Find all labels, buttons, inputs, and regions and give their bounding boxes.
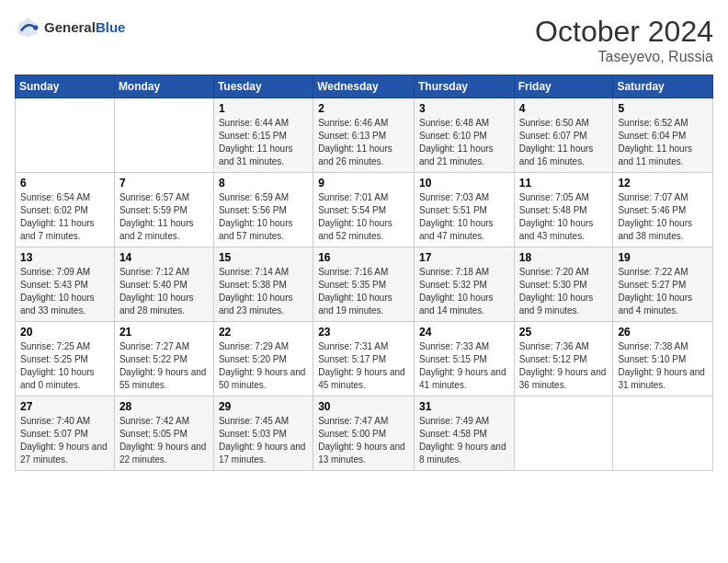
weekday-header: Monday (114, 75, 213, 98)
day-number: 10 (419, 177, 509, 190)
calendar-cell: 30Sunrise: 7:47 AM Sunset: 5:00 PM Dayli… (313, 396, 415, 471)
calendar-cell (613, 396, 713, 471)
day-info: Sunrise: 7:14 AM Sunset: 5:38 PM Dayligh… (219, 266, 308, 317)
day-info: Sunrise: 7:20 AM Sunset: 5:30 PM Dayligh… (519, 266, 609, 317)
calendar-cell: 8Sunrise: 6:59 AM Sunset: 5:56 PM Daylig… (213, 173, 313, 247)
month-year-title: October 2024 (535, 15, 713, 49)
day-info: Sunrise: 7:33 AM Sunset: 5:15 PM Dayligh… (419, 340, 509, 392)
calendar-week-row: 6Sunrise: 6:54 AM Sunset: 6:02 PM Daylig… (16, 173, 713, 247)
calendar-cell: 14Sunrise: 7:12 AM Sunset: 5:40 PM Dayli… (114, 247, 213, 322)
calendar-cell: 24Sunrise: 7:33 AM Sunset: 5:15 PM Dayli… (414, 322, 514, 396)
day-number: 11 (519, 177, 609, 190)
svg-point-2 (33, 25, 38, 29)
day-info: Sunrise: 7:12 AM Sunset: 5:40 PM Dayligh… (119, 266, 209, 317)
day-number: 7 (119, 177, 209, 190)
day-info: Sunrise: 6:52 AM Sunset: 6:04 PM Dayligh… (618, 117, 708, 168)
day-number: 5 (618, 102, 708, 115)
day-info: Sunrise: 7:27 AM Sunset: 5:22 PM Dayligh… (119, 340, 209, 392)
calendar-cell: 10Sunrise: 7:03 AM Sunset: 5:51 PM Dayli… (414, 173, 514, 247)
weekday-header: Saturday (613, 75, 713, 98)
day-number: 24 (419, 326, 509, 339)
day-number: 2 (318, 102, 409, 115)
day-info: Sunrise: 7:25 AM Sunset: 5:25 PM Dayligh… (20, 340, 109, 392)
day-number: 28 (119, 400, 209, 413)
day-number: 17 (419, 251, 509, 264)
day-info: Sunrise: 7:09 AM Sunset: 5:43 PM Dayligh… (20, 266, 109, 317)
calendar-cell: 9Sunrise: 7:01 AM Sunset: 5:54 PM Daylig… (313, 173, 415, 247)
day-info: Sunrise: 7:29 AM Sunset: 5:20 PM Dayligh… (219, 340, 308, 392)
day-info: Sunrise: 6:59 AM Sunset: 5:56 PM Dayligh… (219, 191, 308, 243)
day-info: Sunrise: 7:40 AM Sunset: 5:07 PM Dayligh… (20, 415, 109, 466)
calendar-cell: 23Sunrise: 7:31 AM Sunset: 5:17 PM Dayli… (313, 322, 415, 396)
weekday-header: Tuesday (213, 75, 313, 98)
calendar-cell (514, 396, 613, 471)
calendar-cell: 17Sunrise: 7:18 AM Sunset: 5:32 PM Dayli… (414, 247, 514, 322)
day-number: 30 (318, 400, 409, 413)
day-number: 25 (519, 326, 609, 339)
day-info: Sunrise: 7:31 AM Sunset: 5:17 PM Dayligh… (318, 340, 409, 392)
day-number: 15 (219, 251, 308, 264)
title-area: October 2024 Taseyevo, Russia (535, 15, 713, 65)
day-info: Sunrise: 7:05 AM Sunset: 5:48 PM Dayligh… (519, 191, 609, 243)
day-info: Sunrise: 6:46 AM Sunset: 6:13 PM Dayligh… (318, 117, 409, 168)
day-number: 21 (119, 326, 209, 339)
day-info: Sunrise: 6:48 AM Sunset: 6:10 PM Dayligh… (419, 117, 509, 168)
location-title: Taseyevo, Russia (535, 49, 713, 65)
calendar-cell: 18Sunrise: 7:20 AM Sunset: 5:30 PM Dayli… (514, 247, 613, 322)
calendar-cell: 2Sunrise: 6:46 AM Sunset: 6:13 PM Daylig… (313, 98, 415, 173)
day-info: Sunrise: 7:38 AM Sunset: 5:10 PM Dayligh… (618, 340, 708, 392)
day-number: 19 (618, 251, 708, 264)
day-number: 16 (318, 251, 409, 264)
day-number: 14 (119, 251, 209, 264)
day-number: 13 (20, 251, 109, 264)
calendar-cell: 22Sunrise: 7:29 AM Sunset: 5:20 PM Dayli… (213, 322, 313, 396)
calendar-week-row: 27Sunrise: 7:40 AM Sunset: 5:07 PM Dayli… (16, 396, 713, 471)
day-number: 29 (219, 400, 308, 413)
day-info: Sunrise: 7:36 AM Sunset: 5:12 PM Dayligh… (519, 340, 609, 392)
day-info: Sunrise: 7:01 AM Sunset: 5:54 PM Dayligh… (318, 191, 409, 243)
day-number: 3 (419, 102, 509, 115)
calendar-cell: 7Sunrise: 6:57 AM Sunset: 5:59 PM Daylig… (114, 173, 213, 247)
calendar-cell (16, 98, 115, 173)
weekday-header: Friday (514, 75, 613, 98)
day-info: Sunrise: 7:49 AM Sunset: 4:58 PM Dayligh… (419, 415, 509, 466)
day-number: 22 (219, 326, 308, 339)
calendar-cell: 3Sunrise: 6:48 AM Sunset: 6:10 PM Daylig… (414, 98, 514, 173)
day-number: 12 (618, 177, 708, 190)
day-info: Sunrise: 7:42 AM Sunset: 5:05 PM Dayligh… (119, 415, 209, 466)
calendar-cell: 26Sunrise: 7:38 AM Sunset: 5:10 PM Dayli… (613, 322, 713, 396)
calendar-cell: 21Sunrise: 7:27 AM Sunset: 5:22 PM Dayli… (114, 322, 213, 396)
day-info: Sunrise: 6:57 AM Sunset: 5:59 PM Dayligh… (119, 191, 209, 243)
calendar-cell: 13Sunrise: 7:09 AM Sunset: 5:43 PM Dayli… (16, 247, 115, 322)
day-number: 18 (519, 251, 609, 264)
calendar-cell: 11Sunrise: 7:05 AM Sunset: 5:48 PM Dayli… (514, 173, 613, 247)
day-info: Sunrise: 7:47 AM Sunset: 5:00 PM Dayligh… (318, 415, 409, 466)
day-info: Sunrise: 7:22 AM Sunset: 5:27 PM Dayligh… (618, 266, 708, 317)
day-info: Sunrise: 6:50 AM Sunset: 6:07 PM Dayligh… (519, 117, 609, 168)
calendar-week-row: 20Sunrise: 7:25 AM Sunset: 5:25 PM Dayli… (16, 322, 713, 396)
day-number: 23 (318, 326, 409, 339)
calendar-cell: 31Sunrise: 7:49 AM Sunset: 4:58 PM Dayli… (414, 396, 514, 471)
logo-icon (15, 15, 40, 40)
day-number: 31 (419, 400, 509, 413)
day-number: 4 (519, 102, 609, 115)
calendar-table: SundayMondayTuesdayWednesdayThursdayFrid… (15, 75, 713, 471)
day-number: 9 (318, 177, 409, 190)
day-number: 6 (20, 177, 109, 190)
day-info: Sunrise: 7:03 AM Sunset: 5:51 PM Dayligh… (419, 191, 509, 243)
weekday-header: Thursday (414, 75, 514, 98)
calendar-cell: 6Sunrise: 6:54 AM Sunset: 6:02 PM Daylig… (16, 173, 115, 247)
calendar-header-row: SundayMondayTuesdayWednesdayThursdayFrid… (16, 75, 713, 98)
calendar-cell: 29Sunrise: 7:45 AM Sunset: 5:03 PM Dayli… (213, 396, 313, 471)
calendar-cell: 15Sunrise: 7:14 AM Sunset: 5:38 PM Dayli… (213, 247, 313, 322)
calendar-week-row: 1Sunrise: 6:44 AM Sunset: 6:15 PM Daylig… (16, 98, 713, 173)
logo-text: GeneralBlue (44, 19, 125, 36)
day-number: 26 (618, 326, 708, 339)
calendar-cell: 5Sunrise: 6:52 AM Sunset: 6:04 PM Daylig… (613, 98, 713, 173)
calendar-cell (114, 98, 213, 173)
calendar-cell: 1Sunrise: 6:44 AM Sunset: 6:15 PM Daylig… (213, 98, 313, 173)
day-number: 27 (20, 400, 109, 413)
day-info: Sunrise: 7:18 AM Sunset: 5:32 PM Dayligh… (419, 266, 509, 317)
day-info: Sunrise: 7:16 AM Sunset: 5:35 PM Dayligh… (318, 266, 409, 317)
day-number: 1 (219, 102, 308, 115)
